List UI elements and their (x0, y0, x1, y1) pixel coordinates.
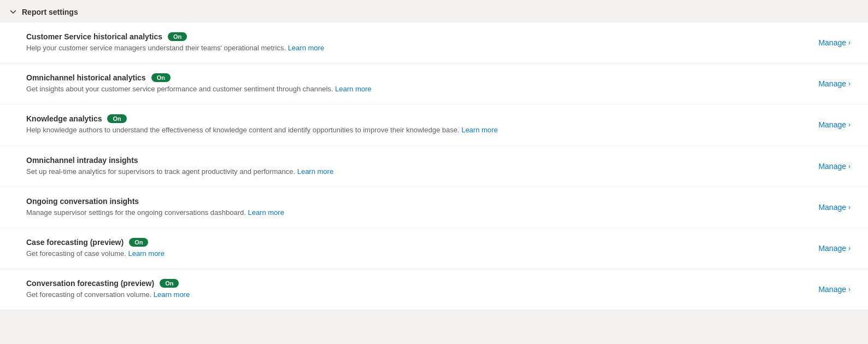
setting-description-omnichannel-intraday: Set up real-time analytics for superviso… (26, 167, 800, 177)
page-container: Report settings Customer Service histori… (0, 0, 868, 310)
setting-title-row-omnichannel-historical: Omnichannel historical analyticsOn (26, 73, 800, 82)
manage-label-omnichannel-intraday: Manage (818, 162, 846, 171)
setting-title-row-conversation-forecasting: Conversation forecasting (preview)On (26, 279, 800, 288)
setting-description-customer-service-historical: Help your customer service managers unde… (26, 43, 800, 53)
setting-left-conversation-forecasting: Conversation forecasting (preview)OnGet … (26, 279, 800, 300)
on-badge-knowledge-analytics: On (107, 114, 126, 123)
chevron-down-icon (9, 8, 17, 16)
setting-left-omnichannel-intraday: Omnichannel intraday insightsSet up real… (26, 156, 800, 177)
setting-right-case-forecasting: Manage› (800, 242, 855, 255)
setting-left-omnichannel-historical: Omnichannel historical analyticsOnGet in… (26, 73, 800, 94)
section-header[interactable]: Report settings (0, 0, 868, 22)
learn-more-link-conversation-forecasting[interactable]: Learn more (154, 290, 190, 299)
chevron-right-icon-conversation-forecasting: › (848, 285, 851, 293)
manage-label-conversation-forecasting: Manage (818, 285, 846, 294)
setting-description-knowledge-analytics: Help knowledge authors to understand the… (26, 125, 800, 135)
manage-label-omnichannel-historical: Manage (818, 79, 846, 88)
on-badge-conversation-forecasting: On (160, 279, 179, 288)
setting-title-row-case-forecasting: Case forecasting (preview)On (26, 238, 800, 247)
on-badge-case-forecasting: On (129, 238, 148, 247)
setting-left-customer-service-historical: Customer Service historical analyticsOnH… (26, 32, 800, 53)
chevron-right-icon-omnichannel-intraday: › (848, 162, 851, 170)
on-badge-omnichannel-historical: On (151, 73, 171, 82)
setting-name-ongoing-conversation: Ongoing conversation insights (26, 197, 139, 206)
setting-row: Conversation forecasting (preview)OnGet … (0, 269, 868, 310)
setting-row: Ongoing conversation insightsManage supe… (0, 187, 868, 228)
settings-list: Customer Service historical analyticsOnH… (0, 22, 868, 310)
setting-right-ongoing-conversation: Manage› (800, 201, 855, 214)
setting-left-ongoing-conversation: Ongoing conversation insightsManage supe… (26, 197, 800, 218)
chevron-right-icon-knowledge-analytics: › (848, 121, 851, 129)
manage-button-conversation-forecasting[interactable]: Manage› (814, 283, 855, 296)
setting-description-omnichannel-historical: Get insights about your customer service… (26, 84, 800, 94)
setting-right-customer-service-historical: Manage› (800, 36, 855, 49)
learn-more-link-knowledge-analytics[interactable]: Learn more (461, 126, 497, 134)
setting-row: Omnichannel intraday insightsSet up real… (0, 146, 868, 187)
setting-left-knowledge-analytics: Knowledge analyticsOnHelp knowledge auth… (26, 114, 800, 135)
setting-description-case-forecasting: Get forecasting of case volume. Learn mo… (26, 249, 800, 259)
chevron-right-icon-ongoing-conversation: › (848, 203, 851, 211)
setting-title-row-customer-service-historical: Customer Service historical analyticsOn (26, 32, 800, 41)
setting-title-row-omnichannel-intraday: Omnichannel intraday insights (26, 156, 800, 165)
setting-row: Omnichannel historical analyticsOnGet in… (0, 63, 868, 104)
chevron-right-icon-case-forecasting: › (848, 244, 851, 252)
setting-name-customer-service-historical: Customer Service historical analytics (26, 32, 162, 41)
setting-row: Customer Service historical analyticsOnH… (0, 22, 868, 63)
setting-description-conversation-forecasting: Get forecasting of conversation volume. … (26, 290, 800, 300)
manage-button-omnichannel-intraday[interactable]: Manage› (814, 160, 855, 173)
manage-button-customer-service-historical[interactable]: Manage› (814, 36, 855, 49)
manage-button-case-forecasting[interactable]: Manage› (814, 242, 855, 255)
manage-button-ongoing-conversation[interactable]: Manage› (814, 201, 855, 214)
setting-name-omnichannel-historical: Omnichannel historical analytics (26, 73, 146, 82)
learn-more-link-ongoing-conversation[interactable]: Learn more (248, 208, 284, 217)
learn-more-link-omnichannel-historical[interactable]: Learn more (335, 85, 371, 93)
learn-more-link-case-forecasting[interactable]: Learn more (128, 249, 164, 258)
chevron-right-icon-customer-service-historical: › (848, 39, 851, 46)
setting-title-row-ongoing-conversation: Ongoing conversation insights (26, 197, 800, 206)
setting-right-omnichannel-historical: Manage› (800, 77, 855, 90)
manage-label-ongoing-conversation: Manage (818, 203, 846, 212)
setting-row: Case forecasting (preview)OnGet forecast… (0, 228, 868, 269)
manage-label-case-forecasting: Manage (818, 244, 846, 253)
setting-name-omnichannel-intraday: Omnichannel intraday insights (26, 156, 138, 165)
setting-right-conversation-forecasting: Manage› (800, 283, 855, 296)
setting-name-conversation-forecasting: Conversation forecasting (preview) (26, 279, 154, 288)
learn-more-link-omnichannel-intraday[interactable]: Learn more (297, 167, 333, 176)
manage-button-knowledge-analytics[interactable]: Manage› (814, 118, 855, 131)
setting-title-row-knowledge-analytics: Knowledge analyticsOn (26, 114, 800, 123)
on-badge-customer-service-historical: On (168, 32, 187, 41)
learn-more-link-customer-service-historical[interactable]: Learn more (288, 44, 324, 52)
setting-left-case-forecasting: Case forecasting (preview)OnGet forecast… (26, 238, 800, 259)
setting-right-knowledge-analytics: Manage› (800, 118, 855, 131)
chevron-right-icon-omnichannel-historical: › (848, 80, 851, 88)
setting-right-omnichannel-intraday: Manage› (800, 160, 855, 173)
setting-row: Knowledge analyticsOnHelp knowledge auth… (0, 104, 868, 145)
section-title: Report settings (22, 8, 78, 16)
setting-description-ongoing-conversation: Manage supervisor settings for the ongoi… (26, 208, 800, 218)
manage-label-knowledge-analytics: Manage (818, 120, 846, 129)
setting-name-case-forecasting: Case forecasting (preview) (26, 238, 124, 247)
manage-button-omnichannel-historical[interactable]: Manage› (814, 77, 855, 90)
manage-label-customer-service-historical: Manage (818, 38, 846, 47)
setting-name-knowledge-analytics: Knowledge analytics (26, 114, 102, 123)
